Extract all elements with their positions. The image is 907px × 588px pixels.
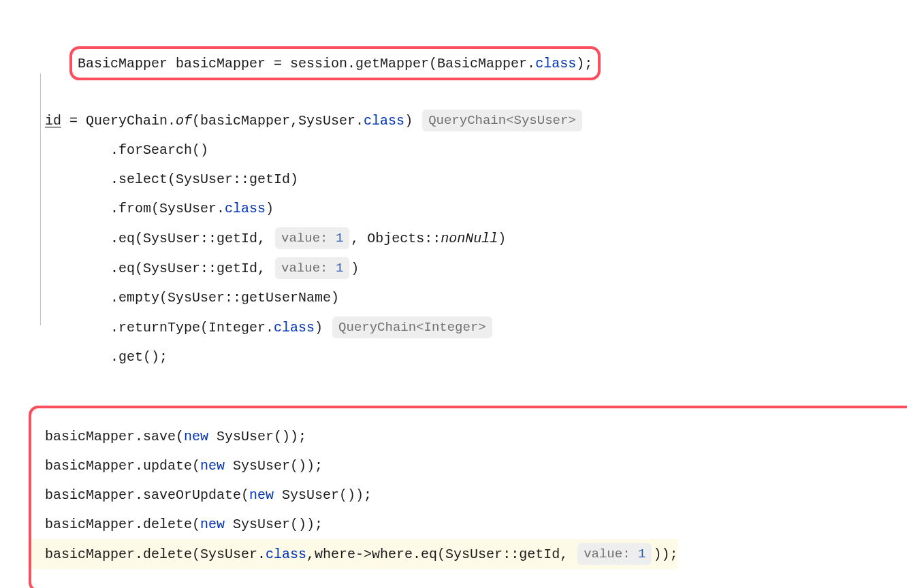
code-text: , Objects::: [351, 231, 441, 246]
keyword-class: class: [274, 320, 315, 336]
code-text: .eq(SysUser::getId,: [45, 261, 274, 276]
code-text: ): [266, 201, 274, 216]
code-text: ): [498, 231, 506, 246]
code-line[interactable]: .select(SysUser::getId): [45, 165, 880, 194]
code-line[interactable]: .empty(SysUser::getUserName): [45, 283, 880, 312]
code-line[interactable]: id = QueryChain.of(basicMapper,SysUser.c…: [45, 105, 880, 135]
code-line[interactable]: .from(SysUser.class): [45, 194, 880, 223]
inlay-hint-param: value: 1: [275, 257, 349, 279]
code-text: basicMapper.delete(SysUser.: [45, 546, 266, 562]
keyword-class: class: [364, 113, 404, 129]
keyword-class: class: [225, 201, 266, 216]
code-text: BasicMapper basicMapper = session.getMap…: [78, 56, 535, 71]
code-text: basicMapper.save(: [45, 429, 184, 444]
inlay-hint-type: QueryChain<SysUser>: [422, 110, 582, 131]
code-text: SysUser());: [225, 517, 323, 532]
code-text: = QueryChain.: [61, 113, 176, 129]
code-line[interactable]: .eq(SysUser::getId, value: 1, Objects::n…: [45, 223, 880, 253]
keyword-new: new: [200, 517, 225, 532]
keyword-new: new: [249, 487, 274, 503]
code-line[interactable]: basicMapper.update(new SysUser());: [45, 451, 392, 480]
code-line[interactable]: .returnType(Integer.class) QueryChain<In…: [45, 312, 880, 342]
inlay-hint-param: value: 1: [577, 543, 652, 565]
keyword-class: class: [535, 56, 576, 71]
code-line-active[interactable]: basicMapper.delete(SysUser.class,where->…: [29, 539, 678, 569]
highlight-box: BasicMapper basicMapper = session.getMap…: [69, 46, 601, 80]
code-text: SysUser());: [208, 429, 306, 444]
code-text: basicMapper.delete(: [45, 517, 200, 532]
code-text: .eq(SysUser::getId,: [45, 231, 274, 246]
code-text: ): [404, 113, 421, 129]
code-text: SysUser());: [274, 487, 372, 503]
code-text: ));: [653, 546, 678, 562]
code-editor[interactable]: BasicMapper basicMapper = session.getMap…: [0, 0, 907, 588]
inlay-hint-type: QueryChain<Integer>: [332, 316, 492, 338]
inlay-hint-param: value: 1: [275, 227, 349, 249]
code-text: );: [576, 56, 592, 71]
code-line[interactable]: basicMapper.delete(new SysUser());: [45, 510, 392, 539]
code-text: basicMapper.update(: [45, 458, 200, 474]
keyword-new: new: [200, 458, 225, 474]
code-text: ,where->where.eq(SysUser::getId,: [306, 546, 576, 562]
code-text: (basicMapper,SysUser.: [192, 113, 364, 129]
fold-guide: [40, 74, 41, 325]
method-of: of: [176, 113, 192, 129]
code-text: SysUser());: [225, 458, 323, 474]
code-text: .returnType(Integer.: [45, 320, 274, 336]
code-text: basicMapper.saveOrUpdate(: [45, 487, 249, 503]
code-line[interactable]: .eq(SysUser::getId, value: 1): [45, 253, 880, 283]
method-nonnull: nonNull: [441, 231, 498, 246]
code-line[interactable]: basicMapper.saveOrUpdate(new SysUser());: [45, 480, 392, 510]
highlight-box: basicMapper.save(new SysUser()); basicMa…: [29, 406, 907, 588]
code-text: ): [315, 320, 331, 336]
keyword-class: class: [266, 546, 306, 562]
variable-id: id: [45, 113, 61, 129]
code-text: .from(SysUser.: [45, 201, 225, 216]
code-line[interactable]: basicMapper.save(new SysUser());: [45, 422, 392, 451]
code-line[interactable]: BasicMapper basicMapper = session.getMap…: [45, 20, 880, 105]
code-text: ): [351, 261, 359, 276]
code-line[interactable]: .forSearch(): [45, 135, 880, 165]
keyword-new: new: [184, 429, 208, 444]
code-line[interactable]: .get();: [45, 342, 880, 372]
